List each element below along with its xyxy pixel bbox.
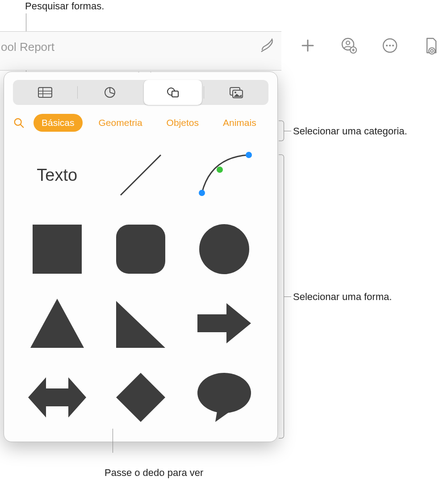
document-view-icon[interactable]	[422, 37, 440, 56]
insert-type-segmented[interactable]	[13, 80, 268, 105]
shape-square[interactable]	[22, 220, 92, 278]
callout-search-text: Pesquisar formas.	[25, 0, 104, 12]
svg-line-17	[121, 155, 161, 195]
svg-marker-30	[215, 409, 231, 422]
callout-bracket	[279, 154, 284, 438]
shape-speech-bubble[interactable]	[189, 368, 260, 426]
svg-point-20	[246, 152, 252, 158]
shape-text[interactable]: Texto	[22, 146, 92, 204]
callout-line	[113, 429, 113, 453]
shape-rounded-square[interactable]	[105, 220, 176, 278]
svg-marker-28	[116, 373, 165, 422]
shape-circle[interactable]	[189, 220, 260, 278]
category-label: Objetos	[167, 117, 199, 128]
callout-line	[284, 131, 291, 131]
category-label: Básicas	[42, 117, 75, 128]
search-shapes-button[interactable]	[12, 116, 25, 129]
category-basicas[interactable]: Básicas	[33, 114, 83, 132]
svg-point-4	[386, 45, 388, 46]
svg-point-19	[217, 167, 223, 173]
svg-point-23	[199, 224, 249, 274]
shape-text-label: Texto	[37, 166, 77, 185]
svg-point-15	[234, 92, 236, 93]
category-label: Geometria	[99, 117, 142, 128]
svg-marker-24	[30, 299, 84, 348]
category-row: Básicas Geometria Objetos Animais	[4, 105, 277, 138]
shape-right-triangle[interactable]	[105, 294, 176, 352]
collaborate-icon[interactable]	[340, 37, 358, 56]
svg-marker-26	[197, 303, 251, 343]
category-geometria[interactable]: Geometria	[91, 114, 151, 132]
svg-marker-25	[116, 301, 165, 348]
more-ellipsis-icon[interactable]	[381, 37, 399, 56]
svg-point-29	[197, 373, 251, 413]
svg-point-18	[199, 190, 205, 196]
svg-point-1	[346, 41, 350, 45]
category-objetos[interactable]: Objetos	[159, 114, 207, 132]
shape-triangle[interactable]	[22, 294, 92, 352]
shape-bezier-curve[interactable]	[189, 146, 260, 204]
shape-line[interactable]	[105, 146, 176, 204]
shapes-grid[interactable]: Texto	[4, 138, 277, 442]
segment-shapes[interactable]	[144, 80, 202, 105]
svg-rect-22	[116, 225, 165, 274]
segment-media[interactable]	[204, 80, 268, 105]
callout-shape-text: Selecionar uma forma.	[293, 291, 392, 302]
svg-point-6	[392, 45, 394, 46]
segment-chart[interactable]	[78, 80, 142, 105]
svg-point-7	[429, 48, 435, 54]
callout-category-text: Selecionar uma categoria.	[293, 125, 407, 137]
toolbar-icon-group	[258, 37, 440, 56]
svg-rect-12	[172, 91, 178, 97]
callout-shape: Selecionar uma forma.	[293, 291, 392, 304]
segment-table[interactable]	[13, 80, 77, 105]
svg-rect-21	[33, 225, 82, 274]
format-brush-icon[interactable]	[258, 37, 276, 56]
shape-diamond[interactable]	[105, 368, 176, 426]
shape-arrow-right[interactable]	[189, 294, 260, 352]
callout-swipe: Passe o dedo para ver mais formas.	[105, 454, 203, 480]
callout-category: Selecionar uma categoria.	[293, 125, 407, 138]
category-animais[interactable]: Animais	[215, 114, 264, 132]
callout-bracket	[279, 121, 284, 141]
callout-swipe-text: Passe o dedo para ver mais formas.	[105, 467, 203, 480]
svg-marker-27	[28, 377, 86, 417]
category-label: Animais	[223, 117, 256, 128]
insert-popover: Básicas Geometria Objetos Animais Texto	[4, 71, 278, 442]
document-title: ool Report	[0, 40, 54, 54]
callout-search: Pesquisar formas.	[25, 0, 104, 13]
shape-double-arrow[interactable]	[22, 368, 92, 426]
svg-point-5	[389, 45, 391, 46]
svg-rect-9	[38, 88, 52, 97]
callout-line	[284, 296, 291, 297]
insert-plus-icon[interactable]	[299, 37, 317, 56]
